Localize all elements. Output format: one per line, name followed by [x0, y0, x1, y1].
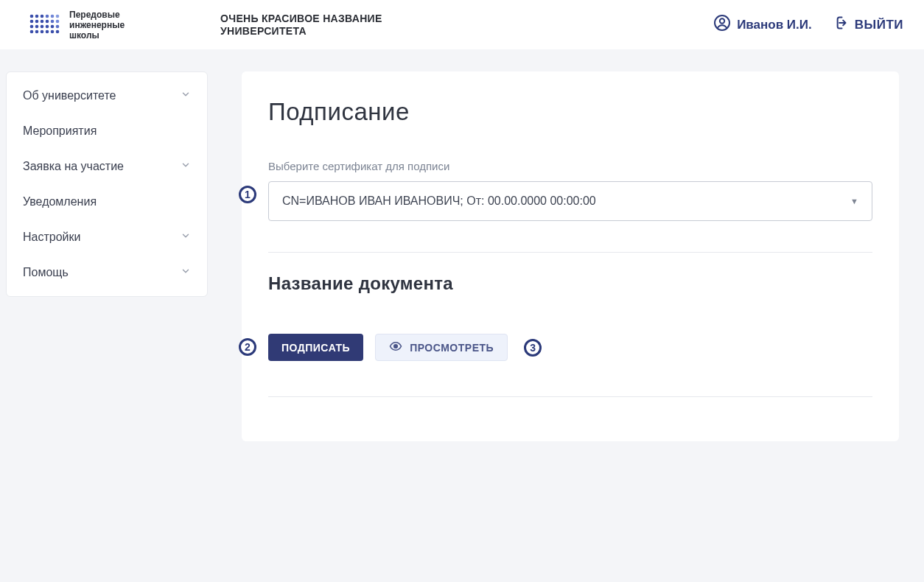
certificate-selected-value: CN=ИВАНОВ ИВАН ИВАНОВИЧ; От: 00.00.0000 … [282, 194, 596, 208]
svg-point-3 [46, 14, 49, 18]
svg-point-15 [46, 24, 49, 28]
user-menu[interactable]: Иванов И.И. [713, 14, 812, 35]
callout-1: 1 [239, 186, 256, 203]
svg-point-2 [41, 14, 44, 18]
svg-point-8 [41, 19, 44, 23]
svg-point-18 [30, 29, 34, 33]
svg-point-6 [30, 19, 34, 23]
sidebar-item-help[interactable]: Помощь [7, 255, 207, 290]
chevron-down-icon [181, 160, 191, 173]
callout-2: 2 [239, 338, 256, 356]
dropdown-icon: ▼ [850, 197, 858, 206]
logout-icon [833, 15, 847, 34]
logout-button[interactable]: ВЫЙТИ [833, 15, 903, 34]
svg-point-9 [46, 19, 49, 23]
university-line2: УНИВЕРСИТЕТА [220, 25, 382, 38]
svg-point-14 [41, 24, 44, 28]
logo-icon [29, 14, 60, 36]
svg-point-13 [35, 24, 39, 28]
chevron-down-icon [181, 231, 191, 244]
sidebar-item-events[interactable]: Мероприятия [7, 113, 207, 149]
page-title: Подписание [268, 98, 872, 126]
brand-line2: инженерные [69, 20, 125, 30]
user-icon [713, 14, 731, 35]
svg-point-0 [30, 14, 34, 18]
sidebar-item-label: Уведомления [23, 195, 97, 208]
main-card: Подписание Выберите сертификат для подпи… [242, 71, 899, 441]
certificate-select[interactable]: CN=ИВАНОВ ИВАН ИВАНОВИЧ; От: 00.00.0000 … [268, 181, 872, 221]
svg-point-16 [51, 24, 55, 28]
app-header: Передовые инженерные школы ОЧЕНЬ КРАСИВО… [0, 0, 924, 49]
svg-point-25 [720, 18, 724, 23]
callout-3: 3 [524, 339, 542, 357]
divider [268, 252, 872, 253]
svg-point-26 [394, 345, 398, 348]
document-title: Название документа [268, 273, 872, 294]
chevron-down-icon [181, 89, 191, 102]
svg-point-10 [51, 19, 55, 23]
svg-point-19 [35, 29, 39, 33]
svg-point-22 [51, 29, 55, 33]
brand-line1: Передовые [69, 10, 125, 20]
university-name: ОЧЕНЬ КРАСИВОЕ НАЗВАНИЕ УНИВЕРСИТЕТА [220, 13, 382, 38]
chevron-down-icon [181, 266, 191, 279]
eye-icon [389, 340, 402, 355]
sidebar-item-notifications[interactable]: Уведомления [7, 184, 207, 220]
certificate-label: Выберите сертификат для подписи [268, 160, 872, 172]
svg-point-7 [35, 19, 39, 23]
divider [268, 396, 872, 397]
university-line1: ОЧЕНЬ КРАСИВОЕ НАЗВАНИЕ [220, 13, 382, 25]
sidebar-item-about[interactable]: Об университете [7, 78, 207, 113]
view-button[interactable]: ПРОСМОТРЕТЬ [375, 334, 508, 361]
sign-button[interactable]: ПОДПИСАТЬ [268, 334, 363, 361]
sidebar-item-settings[interactable]: Настройки [7, 220, 207, 255]
user-name: Иванов И.И. [737, 18, 812, 32]
sidebar-item-label: Помощь [23, 266, 69, 279]
logout-label: ВЫЙТИ [855, 18, 903, 32]
svg-point-17 [56, 24, 60, 28]
sidebar-item-label: Об университете [23, 89, 116, 102]
svg-point-21 [46, 29, 49, 33]
sidebar-item-label: Заявка на участие [23, 160, 124, 173]
sidebar-item-label: Мероприятия [23, 125, 97, 138]
svg-point-1 [35, 14, 39, 18]
sidebar-item-label: Настройки [23, 231, 80, 244]
svg-point-5 [56, 14, 60, 18]
brand-logo: Передовые инженерные школы [29, 10, 125, 41]
svg-point-23 [56, 29, 60, 33]
brand-text: Передовые инженерные школы [69, 10, 125, 41]
brand-line3: школы [69, 30, 125, 41]
view-button-label: ПРОСМОТРЕТЬ [410, 342, 494, 354]
sidebar-item-application[interactable]: Заявка на участие [7, 149, 207, 184]
svg-point-20 [41, 29, 44, 33]
svg-point-11 [56, 19, 60, 23]
svg-point-12 [30, 24, 34, 28]
svg-point-4 [51, 14, 55, 18]
sidebar: Об университете Мероприятия Заявка на уч… [6, 71, 208, 297]
